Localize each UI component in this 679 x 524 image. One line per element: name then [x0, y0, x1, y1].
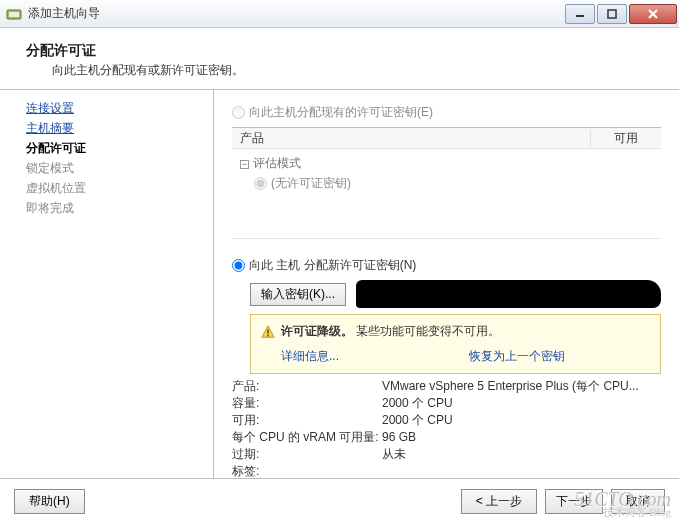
- kv-capacity-k: 容量:: [232, 395, 382, 412]
- radio-existing-input: [232, 106, 245, 119]
- license-tree: −评估模式 (无许可证密钥): [232, 149, 661, 239]
- warning-title: 许可证降级。: [281, 324, 353, 338]
- step-assign-license: 分配许可证: [26, 138, 209, 158]
- col-product: 产品: [232, 130, 591, 147]
- col-available: 可用: [591, 130, 661, 147]
- svg-rect-3: [608, 10, 616, 18]
- app-icon: [6, 6, 22, 22]
- step-ready-complete: 即将完成: [26, 198, 209, 218]
- kv-vram-v: 96 GB: [382, 429, 661, 446]
- window-title: 添加主机向导: [28, 5, 563, 22]
- kv-expires-v: 从未: [382, 446, 661, 463]
- kv-available-v: 2000 个 CPU: [382, 412, 661, 429]
- kv-vram-k: 每个 CPU 的 vRAM 可用量:: [232, 429, 382, 446]
- enter-key-button[interactable]: 输入密钥(K)...: [250, 283, 346, 306]
- restore-key-link[interactable]: 恢复为上一个密钥: [469, 348, 565, 365]
- wizard-header: 分配许可证 向此主机分配现有或新许可证密钥。: [0, 28, 679, 90]
- svg-rect-8: [267, 334, 269, 336]
- back-button[interactable]: < 上一步: [461, 489, 537, 514]
- kv-available-k: 可用:: [232, 412, 382, 429]
- kv-capacity-v: 2000 个 CPU: [382, 395, 661, 412]
- step-connection[interactable]: 连接设置: [26, 98, 209, 118]
- tree-item-no-key[interactable]: (无许可证密钥): [254, 173, 661, 193]
- radio-new-label: 向此 主机 分配新许可证密钥(N): [249, 258, 416, 272]
- title-bar: 添加主机向导: [0, 0, 679, 28]
- radio-new-key-row: 向此 主机 分配新许可证密钥(N): [232, 257, 661, 274]
- cancel-button[interactable]: 取消: [611, 489, 665, 514]
- wizard-footer: 帮助(H) < 上一步 下一步 取消: [0, 478, 679, 524]
- radio-existing-key[interactable]: 向此主机分配现有的许可证密钥(E): [232, 105, 433, 119]
- svg-rect-1: [9, 12, 19, 17]
- tree-item-radio: [254, 177, 267, 190]
- step-host-summary[interactable]: 主机摘要: [26, 118, 209, 138]
- step-vm-location: 虚拟机位置: [26, 178, 209, 198]
- maximize-button[interactable]: [597, 4, 627, 24]
- radio-existing-key-row: 向此主机分配现有的许可证密钥(E): [232, 104, 661, 121]
- wizard-steps-sidebar: 连接设置 主机摘要 分配许可证 锁定模式 虚拟机位置 即将完成: [0, 90, 214, 478]
- tree-group-eval: −评估模式: [240, 153, 661, 173]
- kv-expires-k: 过期:: [232, 446, 382, 463]
- warning-box: 许可证降级。 某些功能可能变得不可用。 详细信息... 恢复为上一个密钥: [250, 314, 661, 374]
- license-tree-header: 产品 可用: [232, 127, 661, 149]
- radio-new-input[interactable]: [232, 259, 245, 272]
- collapse-icon[interactable]: −: [240, 160, 249, 169]
- page-title: 分配许可证: [26, 42, 659, 60]
- license-key-redacted: [356, 280, 661, 308]
- page-subtitle: 向此主机分配现有或新许可证密钥。: [26, 62, 659, 79]
- close-button[interactable]: [629, 4, 677, 24]
- minimize-button[interactable]: [565, 4, 595, 24]
- svg-rect-7: [267, 329, 269, 333]
- details-link[interactable]: 详细信息...: [281, 348, 339, 365]
- warning-icon: [261, 325, 275, 339]
- warning-text: 某些功能可能变得不可用。: [356, 324, 500, 338]
- kv-product-k: 产品:: [232, 378, 382, 395]
- radio-existing-label: 向此主机分配现有的许可证密钥(E): [249, 105, 433, 119]
- help-button[interactable]: 帮助(H): [14, 489, 85, 514]
- radio-new-key[interactable]: 向此 主机 分配新许可证密钥(N): [232, 258, 416, 272]
- step-lockdown-mode: 锁定模式: [26, 158, 209, 178]
- wizard-main: 向此主机分配现有的许可证密钥(E) 产品 可用 −评估模式 (无许可证密钥) 向…: [214, 90, 679, 478]
- window-controls: [563, 4, 677, 24]
- kv-product-v: VMware vSphere 5 Enterprise Plus (每个 CPU…: [382, 378, 661, 395]
- next-button[interactable]: 下一步: [545, 489, 603, 514]
